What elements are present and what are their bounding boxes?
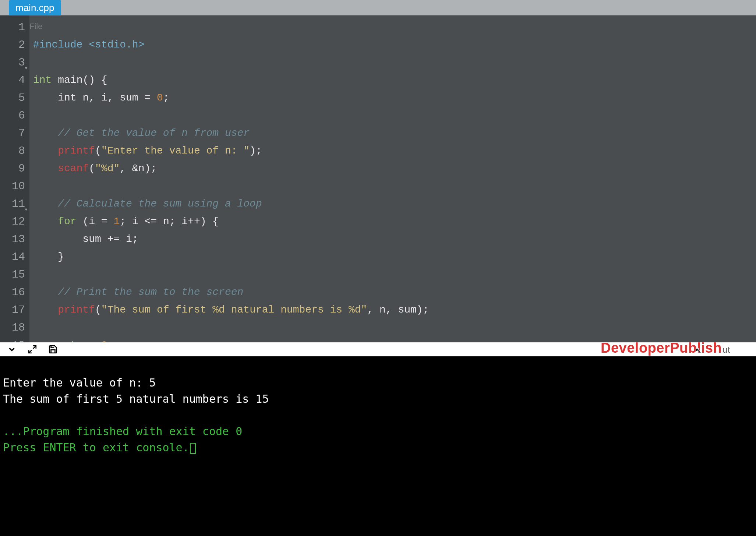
code-editor[interactable]: File#include <stdio.h> int main() { int … xyxy=(29,15,756,342)
code-token: , n, sum); xyxy=(367,304,429,315)
code-token: int xyxy=(33,74,52,86)
code-comment: // Calculate the sum using a loop xyxy=(33,198,262,209)
line-number: 11 xyxy=(1,195,25,213)
code-token xyxy=(95,339,101,342)
line-number: 7 xyxy=(1,124,25,142)
line-number: 14 xyxy=(1,248,25,266)
code-token xyxy=(33,145,58,156)
ghost-file-label: File xyxy=(29,18,42,35)
line-number: 10 xyxy=(1,177,25,195)
tab-label: main.cpp xyxy=(15,2,54,14)
ide-window: main.cpp 1 2 3 4 5 6 7 8 9 10 11 12 13 1… xyxy=(0,0,756,536)
code-token: printf xyxy=(58,145,95,156)
code-comment: // Get the value of n from user xyxy=(33,127,250,139)
line-number: 6 xyxy=(1,107,25,124)
console-cursor xyxy=(190,443,196,454)
line-number: 18 xyxy=(1,319,25,336)
console-line: Enter the value of n: 5 xyxy=(3,376,156,389)
console-line: The sum of first 5 natural numbers is 15 xyxy=(3,392,269,405)
code-token: ; xyxy=(107,339,114,342)
line-number: 9 xyxy=(1,160,25,177)
code-token: return xyxy=(58,339,95,342)
code-token: "Enter the value of n: " xyxy=(101,145,250,156)
line-number: 17 xyxy=(1,301,25,319)
code-token: , &n); xyxy=(120,163,157,174)
code-token: ( xyxy=(89,163,95,174)
code-token: (i = xyxy=(77,216,114,227)
code-token: for xyxy=(58,216,76,227)
code-token: ; xyxy=(163,92,169,103)
code-token: <stdio.h> xyxy=(82,39,144,50)
save-icon[interactable] xyxy=(47,343,59,355)
code-token: 1 xyxy=(113,216,120,227)
code-token: printf xyxy=(58,304,95,315)
line-number: 12 xyxy=(1,213,25,230)
expand-icon[interactable] xyxy=(27,343,38,355)
code-token: "The sum of first %d natural numbers is … xyxy=(101,304,367,315)
code-token: ( xyxy=(95,145,101,156)
tab-main-cpp[interactable]: main.cpp xyxy=(9,0,61,15)
line-number: 8 xyxy=(1,142,25,160)
code-token: ( xyxy=(95,304,101,315)
line-number: 15 xyxy=(1,266,25,283)
console-toolbar: DeveloperPublishut ↖ xyxy=(0,342,756,356)
line-number: 13 xyxy=(1,230,25,248)
console-line: Press ENTER to exit console. xyxy=(3,441,189,454)
console-line: ...Program finished with exit code 0 xyxy=(3,425,242,438)
tab-bar: main.cpp xyxy=(0,0,756,15)
code-token: sum += i; xyxy=(33,233,138,245)
code-token xyxy=(33,216,58,227)
code-token xyxy=(33,163,58,174)
code-comment: // Print the sum to the screen xyxy=(33,286,243,298)
line-number: 4 xyxy=(1,71,25,89)
console-output[interactable]: Enter the value of n: 5 The sum of first… xyxy=(0,356,756,536)
line-number: 1 xyxy=(1,18,25,36)
chevron-down-icon[interactable] xyxy=(6,343,18,355)
code-token: ); xyxy=(250,145,262,156)
watermark: DeveloperPublishut ↖ xyxy=(601,340,730,356)
code-token: 0 xyxy=(157,92,163,103)
line-number: 2 xyxy=(1,36,25,54)
code-token xyxy=(33,339,58,342)
watermark-suffix: ut xyxy=(723,345,730,355)
editor-area: 1 2 3 4 5 6 7 8 9 10 11 12 13 14 15 16 1… xyxy=(0,15,756,342)
code-token: main() { xyxy=(52,74,107,86)
line-number: 16 xyxy=(1,283,25,301)
line-number-gutter: 1 2 3 4 5 6 7 8 9 10 11 12 13 14 15 16 1… xyxy=(0,15,29,342)
code-token: ; i <= n; i++) { xyxy=(120,216,219,227)
line-number: 5 xyxy=(1,89,25,107)
code-token xyxy=(33,304,58,315)
watermark-text: DeveloperPublish xyxy=(601,340,722,356)
code-token: scanf xyxy=(58,163,89,174)
line-number: 3 xyxy=(1,54,25,71)
code-token: 0 xyxy=(101,339,107,342)
code-token: #include xyxy=(33,39,82,50)
code-token: } xyxy=(33,251,64,262)
code-token: int n, i, sum = xyxy=(33,92,157,103)
code-token: "%d" xyxy=(95,163,120,174)
